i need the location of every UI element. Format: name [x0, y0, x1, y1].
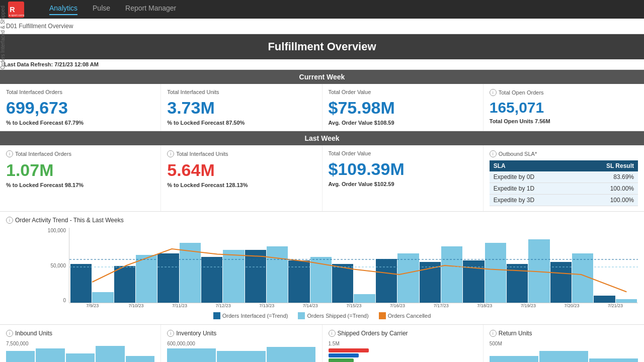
dark-bar-6 — [332, 264, 353, 303]
lw-label-0: i Total Interfaced Orders — [6, 150, 154, 157]
chart-legend: Orders Interfaced (=Trend) Orders Shippe… — [6, 312, 638, 319]
shipped-y-top: 1.5M — [329, 341, 477, 346]
inventory-y-top: 600,000,000 — [167, 341, 315, 346]
sla-row-1: Expedite by 1D100.00% — [490, 183, 638, 195]
legend-label-interfaced: Orders Interfaced (=Trend) — [222, 313, 288, 319]
lw-label-2: Total Order Value — [329, 150, 477, 156]
inventory-bar-0 — [167, 348, 216, 362]
light-bar-9 — [485, 243, 506, 303]
legend-color-cancelled — [379, 312, 386, 319]
info-icon-sla[interactable]: i — [490, 150, 497, 157]
hbar-2 — [329, 358, 354, 362]
inbound-bar-0 — [6, 351, 35, 362]
bar-group-3 — [201, 250, 245, 303]
sla-cell-name-2: Expedite by 3D — [490, 195, 576, 206]
breadcrumb-text: D01 Fulfillment Overview — [6, 23, 73, 30]
inbound-y-top: 7,500,000 — [6, 341, 154, 346]
cw-label-3: i Total Open Orders — [490, 89, 638, 96]
bars-area: 100,000 50,000 0 — [41, 228, 638, 303]
cw-metric-2: Total Order Value $75.98M Avg. Order Val… — [323, 84, 484, 131]
light-bar-11 — [572, 253, 593, 303]
info-icon-cw3[interactable]: i — [490, 89, 497, 96]
legend-cancelled: Orders Cancelled — [379, 312, 431, 319]
info-icon-return[interactable]: i — [490, 330, 497, 337]
bar-group-6 — [332, 264, 375, 303]
return-units-title: i Return Units — [490, 330, 638, 337]
info-icon-lw1[interactable]: i — [167, 150, 174, 157]
shipped-orders-cell: i Shipped Orders by Carrier 1.5M 1M — [323, 325, 484, 362]
lw-sub-0: % to Locked Forecast 98.17% — [6, 182, 154, 188]
hbar-1 — [329, 353, 359, 357]
inventory-mini-chart — [167, 346, 315, 362]
cw-value-3: 165,071 — [490, 99, 638, 116]
sla-row-2: Expedite by 3D100.00% — [490, 195, 638, 206]
cw-value-2: $75.98M — [329, 98, 477, 118]
current-week-header: Current Week — [0, 70, 644, 84]
lw-value-1: 5.64M — [167, 160, 315, 180]
cw-metric-3: i Total Open Orders 165,071 Total Open U… — [484, 84, 644, 131]
data-refresh-label: Last Data Refresh: — [4, 61, 53, 67]
data-refresh-bar: Last Data Refresh: 7/21/23 12:08 AM — [0, 59, 644, 70]
sla-cell-name-0: Expedite by 0D — [490, 171, 576, 183]
nav-pulse[interactable]: Pulse — [93, 4, 110, 15]
info-icon-chart[interactable]: i — [6, 217, 13, 224]
bar-group-4 — [245, 246, 288, 303]
inbound-bar-3 — [96, 346, 124, 362]
logo: R a sport company — [8, 2, 24, 18]
inventory-units-title: i Inventory Units — [167, 330, 315, 337]
return-mini-chart — [490, 346, 638, 362]
cw-label-0: Total Interfaced Orders — [6, 89, 154, 95]
last-week-header: Last Week — [0, 131, 644, 145]
info-icon-inventory[interactable]: i — [167, 330, 174, 337]
light-bar-7 — [397, 253, 419, 303]
nav-report-manager[interactable]: Report Manager — [125, 4, 176, 15]
inbound-mini-chart — [6, 346, 154, 362]
cw-label-1: Total Interfaced Units — [167, 89, 315, 95]
cw-sub-0: % to Locked Forecast 67.79% — [6, 120, 154, 126]
hbar-row-0 — [329, 348, 477, 352]
x-label-12: 7/21/23 — [594, 303, 637, 308]
light-bar-4 — [267, 246, 288, 303]
lw-sla: i Outbound SLA* SLA SL Result Expedite b… — [484, 145, 644, 211]
legend-interfaced: Orders Interfaced (=Trend) — [213, 312, 288, 319]
inventory-bar-1 — [217, 351, 266, 362]
svg-text:R: R — [10, 5, 15, 13]
page-title-text: Fulfillment Overview — [268, 40, 376, 53]
cw-sub-2: Avg. Order Value $108.59 — [329, 120, 477, 126]
breadcrumb: D01 Fulfillment Overview — [0, 19, 644, 34]
lw-value-2: $109.39M — [329, 159, 477, 179]
cw-metric-0: Total Interfaced Orders 699,673 % to Loc… — [0, 84, 161, 131]
inventory-bar-2 — [267, 347, 315, 362]
nav-analytics[interactable]: Analytics — [49, 4, 77, 15]
x-labels-row: 7/9/237/10/237/11/237/12/237/13/237/14/2… — [70, 303, 638, 308]
bar-group-2 — [157, 243, 201, 303]
dark-bar-5 — [288, 260, 309, 303]
info-icon-lw0[interactable]: i — [6, 150, 13, 157]
dark-bar-0 — [70, 264, 92, 303]
sla-cell-result-1: 100.00% — [575, 183, 638, 195]
hbar-row-2 — [329, 358, 477, 362]
info-icon-inbound[interactable]: i — [6, 330, 13, 337]
sla-col-header-1: SL Result — [575, 160, 638, 171]
lw-sla-label: i Outbound SLA* — [490, 150, 638, 157]
y-label-mid: 50,000 — [41, 263, 66, 268]
dark-bar-1 — [114, 266, 135, 303]
legend-color-interfaced — [213, 312, 220, 319]
inbound-bar-2 — [66, 353, 95, 362]
x-label-2: 7/11/23 — [158, 303, 201, 308]
dark-bar-4 — [245, 250, 266, 303]
return-bar-0 — [490, 356, 538, 362]
data-refresh-value: 7/21/23 12:08 AM — [54, 61, 99, 67]
info-icon-shipped[interactable]: i — [329, 330, 336, 337]
light-bar-0 — [92, 292, 113, 303]
hbar-0 — [329, 348, 369, 352]
light-bar-12 — [616, 299, 637, 303]
bar-group-1 — [114, 255, 157, 303]
bar-group-0 — [70, 264, 114, 303]
x-label-9: 7/18/23 — [463, 303, 506, 308]
shipped-hbar-container — [329, 348, 477, 362]
radial-logo-icon: R a sport company — [8, 2, 24, 18]
return-units-cell: i Return Units 500M 0 — [484, 325, 644, 362]
cw-sub-1: % to Locked Forecast 87.50% — [167, 120, 315, 126]
dark-bar-11 — [550, 262, 572, 303]
